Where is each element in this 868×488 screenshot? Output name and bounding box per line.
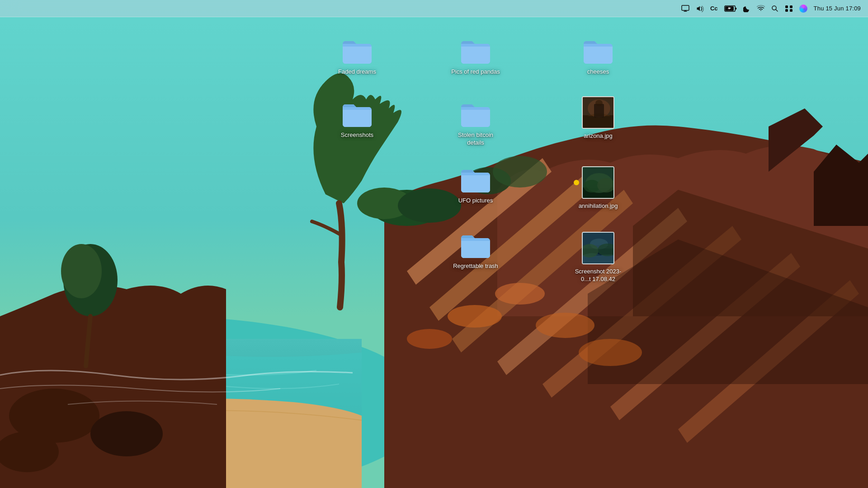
svg-rect-25 xyxy=(790,9,793,12)
folder-regrettable-trash[interactable]: Regrettable trash xyxy=(448,232,503,271)
folder-label: Screenshots xyxy=(339,131,375,140)
folder-icon xyxy=(459,166,492,193)
file-thumbnail xyxy=(582,96,614,129)
folder-label: Faded dreams xyxy=(336,67,378,77)
folder-icon xyxy=(459,101,492,128)
svg-rect-22 xyxy=(785,5,788,8)
svg-rect-18 xyxy=(682,5,689,10)
folder-ufo-pictures[interactable]: UFO pictures xyxy=(448,166,503,206)
file-annihilation[interactable]: annihilation.jpg xyxy=(571,166,625,211)
unsaved-indicator xyxy=(574,180,579,185)
folder-faded-dreams[interactable]: Faded dreams xyxy=(330,38,384,77)
folder-stolen-bitcoin[interactable]: Stolen bitcoin details xyxy=(448,101,503,148)
svg-point-30 xyxy=(595,100,603,106)
folder-icon xyxy=(341,101,373,128)
folder-label: Regrettable trash xyxy=(451,262,500,271)
search-icon[interactable] xyxy=(771,5,778,12)
file-label: arizona.jpg xyxy=(582,131,614,141)
moon-icon[interactable] xyxy=(743,5,750,12)
volume-icon[interactable] xyxy=(696,5,704,12)
svg-rect-23 xyxy=(790,5,793,8)
menubar-datetime: Thu 15 Jun 17:09 xyxy=(814,5,861,12)
folder-screenshots[interactable]: Screenshots xyxy=(330,101,384,140)
svg-rect-24 xyxy=(785,9,788,12)
file-thumbnail xyxy=(582,166,614,199)
folder-icon xyxy=(459,232,492,259)
folder-label: cheeses xyxy=(585,67,611,77)
display-icon[interactable] xyxy=(681,5,689,12)
folder-label: UFO pictures xyxy=(457,196,495,206)
folder-label: Stolen bitcoin details xyxy=(448,131,503,148)
menubar: Cc xyxy=(0,0,868,17)
file-label: Screenshot 2023-0...t 17.08.42 xyxy=(571,267,625,284)
file-label: annihilation.jpg xyxy=(577,202,620,211)
folder-label: Pics of red pandas xyxy=(449,67,502,77)
file-thumbnail xyxy=(582,232,614,264)
control-center-icon[interactable] xyxy=(785,5,793,12)
folder-cheeses[interactable]: cheeses xyxy=(571,38,625,77)
menubar-right: Cc xyxy=(681,5,861,13)
adobe-cc-icon[interactable]: Cc xyxy=(710,5,718,12)
folder-icon xyxy=(341,38,373,65)
file-screenshot[interactable]: Screenshot 2023-0...t 17.08.42 xyxy=(571,232,625,284)
folder-pics-of-red-pandas[interactable]: Pics of red pandas xyxy=(448,38,503,77)
folder-icon xyxy=(582,38,614,65)
desktop: Faded dreams Pics of red pandas cheeses xyxy=(0,17,868,488)
folder-icon xyxy=(459,38,492,65)
wifi-icon[interactable] xyxy=(757,5,765,12)
file-arizona[interactable]: arizona.jpg xyxy=(571,96,625,141)
battery-icon[interactable] xyxy=(724,5,737,12)
siri-icon[interactable] xyxy=(799,5,807,13)
